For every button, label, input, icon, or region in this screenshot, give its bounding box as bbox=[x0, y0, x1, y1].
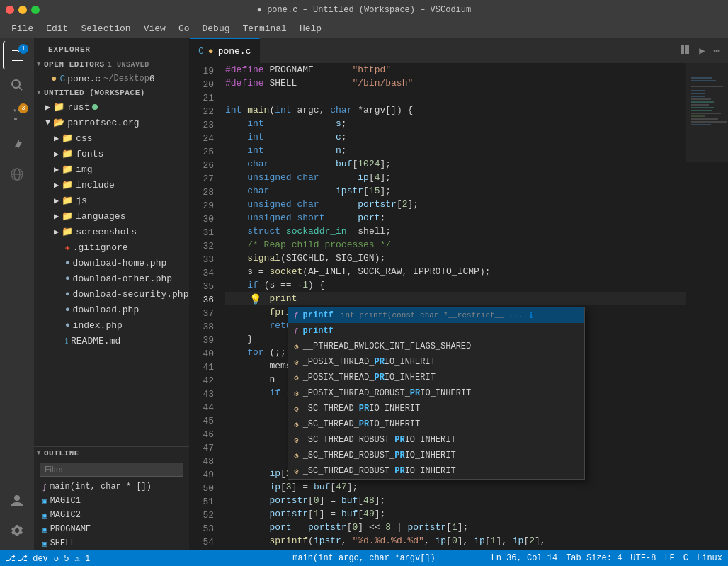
menu-debug[interactable]: Debug bbox=[196, 22, 235, 35]
code-line-50: ip[3] = buf[47]; bbox=[225, 480, 686, 494]
ac-item-sc-robust1[interactable]: ⚙ _SC_THREAD_ROBUST_PRIO_INHERIT bbox=[288, 432, 584, 448]
ac-item-sc-robust3[interactable]: ⚙ _SC_THREAD_ROBUST PRIO INHERIT bbox=[288, 463, 584, 479]
tree-item-screenshots[interactable]: ▶ 📁 screenshots bbox=[34, 224, 189, 239]
ln-26: 26 bbox=[190, 159, 214, 172]
tree-item-readme[interactable]: ℹ README.md bbox=[34, 333, 189, 349]
lightbulb-icon[interactable]: 💡 bbox=[249, 293, 261, 305]
ln-38: 38 bbox=[190, 320, 214, 334]
ac-item-posix-thread2[interactable]: ⚙ _POSIX_THREAD_PRIO_INHERIT bbox=[288, 370, 584, 385]
outline-item-shell[interactable]: ▣ SHELL bbox=[34, 536, 189, 550]
explorer-icon[interactable]: 1 bbox=[3, 41, 31, 69]
tree-item-dl-other[interactable]: ● download-other.php bbox=[34, 271, 189, 286]
open-editors-chevron: ▼ bbox=[37, 61, 41, 68]
settings-icon[interactable] bbox=[3, 516, 31, 545]
maximize-button[interactable] bbox=[31, 6, 40, 14]
remote-explorer-icon[interactable] bbox=[3, 160, 31, 188]
ac-item-posix-thread1[interactable]: ⚙ _POSIX_THREAD_PRIO_INHERIT bbox=[288, 354, 584, 370]
platform-status[interactable]: Linux bbox=[697, 553, 722, 563]
ac-item-posix-robust1[interactable]: ⚙ _POSIX_THREAD_ROBUST_PRIO_INHERIT bbox=[288, 385, 584, 401]
menu-selection[interactable]: Selection bbox=[75, 22, 136, 35]
tree-item-fonts[interactable]: ▶ 📁 fonts bbox=[34, 146, 189, 162]
tree-item-rust[interactable]: ▶ 📁 rust bbox=[34, 99, 189, 115]
code-line-36: print bbox=[225, 292, 686, 305]
source-control-icon[interactable]: 3 bbox=[3, 101, 31, 129]
menu-go[interactable]: Go bbox=[173, 22, 195, 35]
ln-48: 48 bbox=[190, 455, 214, 468]
ac-item-sc-robust2[interactable]: ⚙ _SC_THREAD_ROBUST_PRIO_INHERIT bbox=[288, 448, 584, 463]
tree-label-dl-home: download-home.php bbox=[73, 258, 167, 268]
outline-filter-input[interactable] bbox=[40, 463, 183, 477]
tree-label-screenshots: screenshots bbox=[76, 227, 137, 237]
warnings-status[interactable]: ⚠ 1 bbox=[74, 553, 90, 564]
outline-item-label-main: main(int, char * []) bbox=[50, 482, 152, 492]
tree-item-js[interactable]: ▶ 📁 js bbox=[34, 193, 189, 208]
tree-item-index-php[interactable]: ● index.php bbox=[34, 317, 189, 333]
md-file-icon: ℹ bbox=[65, 336, 68, 346]
function-breadcrumb: main(int argc, char *argv[]) bbox=[292, 553, 436, 563]
folder-icon-fonts: 📁 bbox=[62, 148, 73, 159]
search-icon[interactable] bbox=[3, 71, 31, 99]
subfolder-icon-include: ▶ bbox=[54, 180, 59, 191]
tree-item-gitignore[interactable]: ◈ .gitignore bbox=[34, 239, 189, 255]
ln-35: 35 bbox=[190, 280, 214, 293]
tab-bar: C ● pone.c ▶ ⋯ bbox=[190, 38, 728, 63]
menu-view[interactable]: View bbox=[138, 22, 171, 35]
sync-status[interactable]: ↺ 5 bbox=[54, 553, 69, 564]
tree-item-dl-home[interactable]: ● download-home.php bbox=[34, 255, 189, 271]
menu-help[interactable]: Help bbox=[294, 22, 327, 35]
outline-header[interactable]: ▼ OUTLINE bbox=[34, 447, 189, 460]
tab-unsaved-dot: ● bbox=[208, 46, 214, 57]
ln-49: 49 bbox=[190, 468, 214, 482]
branch-status[interactable]: ⎇ ⎇ dev bbox=[6, 553, 48, 564]
ln-45: 45 bbox=[190, 414, 214, 428]
encoding-status[interactable]: UTF-8 bbox=[630, 553, 656, 563]
tree-item-parrotsec[interactable]: ▼ 📂 parrotsec.org bbox=[34, 115, 189, 130]
ac-item-printf2[interactable]: ƒ printf bbox=[288, 323, 584, 339]
tree-item-css[interactable]: ▶ 📁 css bbox=[34, 130, 189, 146]
tree-item-img[interactable]: ▶ 📁 img bbox=[34, 162, 189, 177]
minimize-button[interactable] bbox=[18, 6, 27, 14]
accounts-icon[interactable] bbox=[3, 487, 31, 515]
folder-open-icon: 📂 bbox=[53, 117, 64, 128]
ac-item-sc-thread1[interactable]: ⚙ _SC_THREAD_PRIO_INHERIT bbox=[288, 401, 584, 417]
tree-item-dl-security[interactable]: ● download-security.php bbox=[34, 286, 189, 302]
line-ending-status[interactable]: LF bbox=[664, 553, 674, 563]
menu-terminal[interactable]: Terminal bbox=[237, 22, 292, 35]
outline-item-magic2[interactable]: ▣ MAGIC2 bbox=[34, 508, 189, 522]
run-code-button[interactable]: ▶ bbox=[696, 43, 707, 58]
outline-item-main[interactable]: ⨍ main(int, char * []) bbox=[34, 480, 189, 494]
tree-item-dl-php[interactable]: ● download.php bbox=[34, 302, 189, 317]
open-editor-pone[interactable]: ● C pone.c ~/Desktop 6 bbox=[34, 71, 189, 86]
ac-item-pthread-rwlock[interactable]: ⚙ __PTHREAD_RWLOCK_INT_FLAGS_SHARED bbox=[288, 339, 584, 354]
split-editor-button[interactable] bbox=[676, 43, 693, 60]
menu-edit[interactable]: Edit bbox=[40, 22, 74, 35]
close-button[interactable] bbox=[6, 6, 14, 14]
tree-item-languages[interactable]: ▶ 📁 languages bbox=[34, 208, 189, 224]
more-actions-button[interactable]: ⋯ bbox=[711, 43, 722, 58]
cursor-position-status[interactable]: Ln 36, Col 14 bbox=[491, 553, 558, 563]
outline-item-magic1[interactable]: ▣ MAGIC1 bbox=[34, 494, 189, 508]
ac-label11: _SC_THREAD_ROBUST PRIO INHERIT bbox=[303, 466, 456, 476]
ac-label9: _SC_THREAD_ROBUST_PRIO_INHERIT bbox=[303, 435, 456, 445]
ac-item-printf1[interactable]: ƒ printf int printf(const char *__restri… bbox=[288, 307, 584, 323]
tab-filename: pone.c bbox=[218, 46, 251, 57]
tab-pone-c[interactable]: C ● pone.c bbox=[190, 38, 260, 63]
code-editor[interactable]: #define PROGNAME "httpd" #define SHELL "… bbox=[220, 63, 686, 550]
code-line-30: unsigned short port; bbox=[225, 211, 686, 225]
extensions-icon[interactable] bbox=[3, 130, 31, 159]
ln-21: 21 bbox=[190, 91, 214, 105]
open-editors-section[interactable]: ▼ OPEN EDITORS 1 UNSAVED bbox=[34, 58, 189, 71]
tree-label-js: js bbox=[76, 196, 87, 206]
ac-item-sc-thread2[interactable]: ⚙ _SC_THREAD_PRIO_INHERIT bbox=[288, 417, 584, 432]
ln-44: 44 bbox=[190, 401, 214, 414]
menu-file[interactable]: File bbox=[6, 22, 39, 35]
tree-label-parrotsec: parrotsec.org bbox=[67, 118, 139, 128]
tab-size-status[interactable]: Tab Size: 4 bbox=[566, 553, 622, 563]
outline-item-progname[interactable]: ▣ PROGNAME bbox=[34, 522, 189, 536]
tree-item-include[interactable]: ▶ 📁 include bbox=[34, 177, 189, 193]
workspace-section[interactable]: ▼ UNTITLED (WORKSPACE) bbox=[34, 86, 189, 99]
editor-content[interactable]: 19 20 21 22 23 24 25 26 27 28 29 30 31 3… bbox=[190, 63, 728, 550]
language-mode-status[interactable]: C bbox=[683, 553, 688, 563]
ln-20: 20 bbox=[190, 78, 214, 91]
tab-file-icon: C bbox=[198, 46, 204, 57]
